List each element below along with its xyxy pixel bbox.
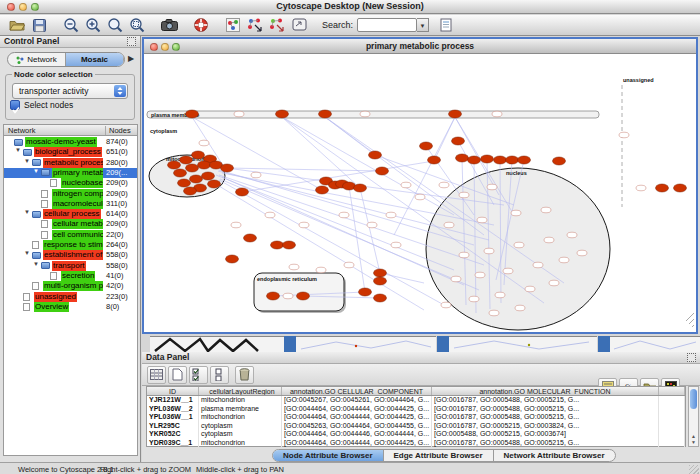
tree-item[interactable]: macromolecule311(0) [4,199,137,209]
column-header[interactable]: annotation.GO MOLECULAR_FUNCTION [432,387,659,395]
network-node-unhighlighted[interactable] [367,222,377,228]
tree-item[interactable]: unassigned223(0) [4,292,137,302]
view-resize-grip[interactable] [689,319,694,324]
open-session-button[interactable] [6,16,28,35]
network-node-highlighted[interactable] [376,167,389,175]
network-node-highlighted[interactable] [374,269,387,277]
network-node-unhighlighted[interactable] [199,140,209,146]
network-node-unhighlighted[interactable] [283,293,293,299]
network-node-unhighlighted[interactable] [439,182,449,188]
network-node-unhighlighted[interactable] [489,310,499,316]
tree-item[interactable]: ▼transport558(0) [4,261,137,271]
network-node-unhighlighted[interactable] [339,212,349,218]
network-node-unhighlighted[interactable] [487,184,497,190]
network-node-unhighlighted[interactable] [515,305,525,311]
network-node-unhighlighted[interactable] [401,182,411,188]
tree-expand-arrow[interactable]: ▼ [15,147,21,153]
network-canvas[interactable]: plasma membranecytoplasmmitochondrionnuc… [144,55,696,332]
network-node-highlighted[interactable] [186,110,199,118]
network-node-highlighted[interactable] [420,142,433,150]
table-options-button[interactable] [147,366,166,384]
network-node-unhighlighted[interactable] [316,267,326,273]
network-node-highlighted[interactable] [354,184,367,192]
table-row[interactable]: YLR295Ccytoplasm[GO:0045263, GO:0044464,… [147,422,685,431]
export-image-button[interactable] [158,16,180,35]
annotation-button[interactable] [288,16,310,35]
scrollbar-arrows[interactable]: ▲▼ [690,433,697,445]
network-node-highlighted[interactable] [468,156,481,164]
table-row[interactable]: YJR121W__1mitochondrion[GO:0045267, GO:0… [147,396,685,405]
select-attributes-button[interactable] [189,366,208,384]
tree-expand-arrow[interactable]: ▼ [24,158,30,164]
network-node-highlighted[interactable] [226,255,239,263]
table-scrollbar[interactable]: ▲▼ [688,386,699,447]
column-header[interactable]: _cellularLayoutRegion [199,387,282,395]
network-node-unhighlighted[interactable] [544,237,554,243]
tab-edge-attribute-browser[interactable]: Edge Attribute Browser [384,450,494,461]
network-node-unhighlighted[interactable] [251,172,261,178]
network-node-highlighted[interactable] [192,151,205,159]
network-node-unhighlighted[interactable] [541,207,551,213]
tab-node-attribute-browser[interactable]: Node Attribute Browser [273,450,384,461]
network-node-highlighted[interactable] [518,156,531,164]
network-node-highlighted[interactable] [202,172,215,180]
network-node-highlighted[interactable] [190,175,203,183]
view-settings-button[interactable] [222,16,244,35]
network-node-unhighlighted[interactable] [533,262,543,268]
network-node-unhighlighted[interactable] [415,194,425,200]
tree-item[interactable]: mosaic-demo-yeast874(0) [4,137,137,147]
network-node-highlighted[interactable] [283,241,296,249]
network-node-highlighted[interactable] [316,186,329,194]
network-node-highlighted[interactable] [449,110,462,118]
tree-item[interactable]: response to stimulu264(0) [4,240,137,250]
color-attribute-dropdown[interactable]: transporter activity [12,83,128,99]
network-node-highlighted[interactable] [456,154,469,162]
delete-attribute-button[interactable] [235,366,254,384]
tree-item[interactable]: secretion41(0) [4,271,137,281]
table-row[interactable]: YPL036W__2plasma membrane[GO:0044464, GO… [147,405,685,414]
select-nodes-checkbox[interactable] [10,100,20,110]
import-network-button[interactable] [244,16,266,35]
network-node-unhighlighted[interactable] [619,132,629,138]
network-node-unhighlighted[interactable] [525,286,535,292]
network-node-highlighted[interactable] [656,184,669,192]
network-node-highlighted[interactable] [221,164,234,172]
tree-item[interactable]: nucleobase-209(0) [4,178,137,188]
table-row[interactable]: YKR052Ccytoplasm[GO:0044464, GO:0044446,… [147,430,685,439]
tabs-overflow-arrow[interactable]: ▶ [128,54,134,63]
tree-item[interactable]: ▼establishment of lo558(0) [4,250,137,260]
tree-item[interactable]: Overview8(0) [4,302,137,312]
column-header[interactable]: annotation.GO CELLULAR_COMPONENT [282,387,432,395]
table-row[interactable]: YDR039C__1mitochondrion[GO:0044464, GO:0… [147,439,685,448]
network-node-highlighted[interactable] [208,180,221,188]
network-node-highlighted[interactable] [168,161,181,169]
tree-expand-arrow[interactable]: ▼ [33,168,39,174]
network-node-unhighlighted[interactable] [567,232,577,238]
network-window-titlebar[interactable]: primary metabolic process [144,39,696,54]
network-node-unhighlighted[interactable] [511,210,521,216]
network-node-unhighlighted[interactable] [477,217,487,223]
zoom-selected-region-button[interactable] [126,16,148,35]
view-resize-grip[interactable] [692,325,694,327]
tree-item[interactable]: ▼biological_process651(0) [4,147,137,157]
float-panel-icon[interactable] [127,37,136,46]
network-node-highlighted[interactable] [359,288,372,296]
tree-item[interactable]: cell communicat22(0) [4,230,137,240]
table-row[interactable]: YPL036W__1mitochondrion[GO:0044464, GO:0… [147,413,685,422]
network-node-unhighlighted[interactable] [265,212,275,218]
network-node-highlighted[interactable] [174,169,187,177]
network-node-highlighted[interactable] [374,277,387,285]
column-header[interactable]: ID [147,387,199,395]
network-node-highlighted[interactable] [184,187,197,195]
network-node-unhighlighted[interactable] [386,212,396,218]
search-input[interactable] [357,18,417,32]
network-node-highlighted[interactable] [276,110,289,118]
import-attributes-button[interactable] [266,16,288,35]
tree-expand-arrow[interactable]: ▼ [33,261,39,267]
tree-item[interactable]: ▼metabolic process280(0) [4,158,137,168]
network-node-unhighlighted[interactable] [391,242,401,248]
network-node-unhighlighted[interactable] [459,192,469,198]
network-node-highlighted[interactable] [267,292,280,300]
network-node-unhighlighted[interactable] [495,292,505,298]
scrollbar-thumb[interactable] [690,389,697,409]
